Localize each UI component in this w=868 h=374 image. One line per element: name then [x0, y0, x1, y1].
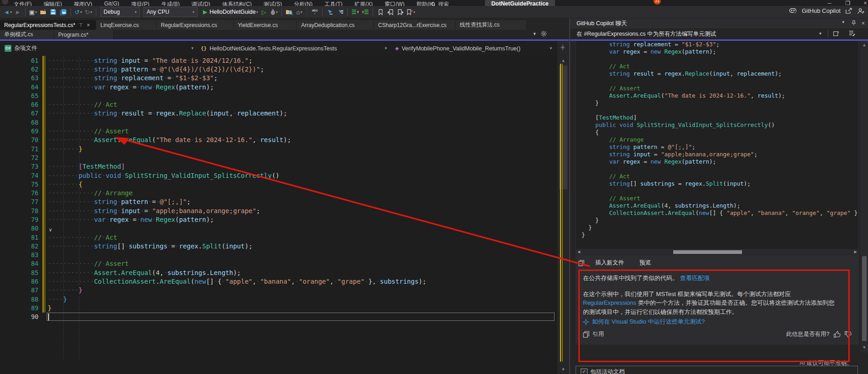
document-well-options-icon[interactable] — [541, 31, 547, 37]
document-tab[interactable]: CSharp12Gra...rExercise.cs — [374, 20, 456, 30]
scroll-down-icon[interactable]: ▼ — [557, 367, 569, 372]
platform-select[interactable]: Any CPU▾ — [143, 7, 198, 17]
home-icon[interactable]: ⌂▾ — [295, 8, 303, 16]
menu-item[interactable]: 编辑(E) — [44, 0, 62, 6]
open-file-icon[interactable] — [39, 8, 47, 16]
type-dropdown-icon[interactable]: ▼ — [384, 46, 388, 50]
editor-code-line[interactable]: 86············CollectionAssert.AreEqual(… — [0, 277, 557, 286]
menu-item[interactable]: 调试(D) — [192, 0, 210, 6]
editor-code-line[interactable]: 89} — [0, 303, 557, 312]
save-all-icon[interactable] — [59, 8, 67, 16]
debug-configuration-select[interactable]: Debug▾ — [100, 7, 140, 17]
document-tab[interactable]: 单例模式.cs — [0, 30, 54, 39]
search-box[interactable]: 搜索 — [431, 0, 449, 6]
editor-code-line[interactable]: 72 — [0, 153, 557, 162]
navigate-back-icon[interactable]: ◄▾ — [4, 8, 12, 16]
editor-code-line[interactable]: 64············var·regex·=·new·Regex(patt… — [0, 82, 557, 91]
hot-reload-icon[interactable]: ▾ — [270, 8, 278, 16]
menu-item[interactable]: 项目(P) — [131, 0, 149, 6]
breadcrumb-project[interactable]: C# 杂项文件 — [5, 41, 188, 56]
document-tab[interactable]: Program.cs* — [54, 30, 114, 39]
followup-suggestion[interactable]: 如何在 Visual Studio 中运行这些单元测试? — [583, 318, 705, 326]
thumbs-down-icon[interactable] — [845, 331, 852, 338]
menu-item[interactable]: 视图(V) — [74, 0, 92, 6]
clear-bookmarks-icon[interactable]: ▾ — [407, 8, 415, 16]
editor-code-line[interactable]: 71········} — [0, 144, 557, 153]
minimize-button[interactable]: ─ — [823, 0, 836, 6]
window-position-dropdown-icon[interactable]: ▼ — [841, 20, 845, 24]
editor-code-line[interactable]: 61············string·input·=·"The·date·i… — [0, 56, 557, 65]
increase-indent-icon[interactable] — [361, 8, 369, 16]
menu-item[interactable]: 分析(N) — [294, 0, 313, 6]
restore-button[interactable]: ❐ — [841, 0, 854, 6]
new-project-icon[interactable]: ▣▾ — [29, 8, 37, 16]
code-horizontal-scrollbar[interactable]: ◀ ▶ — [576, 249, 858, 255]
next-bookmark-icon[interactable] — [396, 8, 405, 16]
view-matches-link[interactable]: 查看匹配项 — [680, 275, 710, 281]
document-tab[interactable]: ArrayDeduplication.cs — [297, 20, 374, 30]
menu-item[interactable]: 体系结构(C) — [222, 0, 252, 6]
spell-check-icon[interactable]: abc✓ — [311, 8, 319, 16]
navigate-cursor-back-icon[interactable] — [326, 8, 334, 16]
menu-item[interactable]: 扩展(X) — [354, 0, 373, 6]
document-tab[interactable]: RegularExpressionsTests.cs*⊢× — [0, 20, 96, 30]
editor-code-line[interactable]: 84············//·Assert — [0, 259, 557, 268]
prompt-dropdown-icon[interactable]: ▼ — [819, 32, 822, 36]
menu-item[interactable]: 工具(T) — [324, 0, 342, 6]
scrollbar-thumb[interactable] — [673, 250, 742, 254]
pin-icon[interactable] — [852, 20, 856, 26]
notification-badge[interactable]: 31 — [654, 0, 661, 5]
scroll-down-icon[interactable]: ▼ — [861, 345, 868, 350]
citation-label[interactable]: 引用 — [593, 330, 604, 338]
scroll-up-icon[interactable]: ▲ — [557, 58, 569, 63]
editor-code-line[interactable]: 78············string·input·=·"apple;bana… — [0, 206, 557, 215]
menu-item[interactable]: Git(G) — [104, 0, 119, 6]
thumbs-up-icon[interactable] — [834, 331, 841, 338]
editor-code-line[interactable]: 75········{ — [0, 180, 557, 188]
editor-code-line[interactable]: 70············Assert.AreEqual("The·date·… — [0, 136, 557, 144]
chat-input-box[interactable]: ✓ 包括活动文档 — [576, 366, 858, 374]
new-chat-icon[interactable] — [833, 30, 840, 37]
insert-new-file-button[interactable]: 插入新文件 — [591, 258, 629, 268]
prev-bookmark-icon[interactable] — [386, 8, 395, 16]
decrease-indent-icon[interactable] — [351, 8, 359, 16]
redo-icon[interactable]: ↻▾ — [84, 8, 93, 16]
solution-name-button[interactable]: DotNetGuidePractice — [485, 0, 555, 6]
document-tab[interactable]: RegularExpressions.cs — [157, 20, 234, 30]
copilot-prompt-bar[interactable]: 在 #RegularExpressions.cs 中为所有方法编写单元测试 ▼ — [570, 28, 868, 39]
editor-code-line[interactable]: 65 — [0, 91, 557, 100]
breadcrumb-type[interactable]: {} HelloDotNetGuide.Tests.RegularExpress… — [201, 41, 380, 56]
references-icon[interactable] — [583, 331, 589, 338]
editor-code-line[interactable]: 77············string·pattern·=·@"[;,]"; — [0, 198, 557, 206]
editor-code-line[interactable]: 66············//·Act — [0, 100, 557, 109]
github-copilot-label[interactable]: GitHub Copilot — [802, 7, 841, 14]
undo-icon[interactable]: ↺▾ — [74, 8, 82, 16]
editor-code-line[interactable]: 82············string[]·substrings·=·rege… — [0, 242, 557, 250]
split-window-handle[interactable]: ╪ — [559, 44, 566, 51]
start-debug-button[interactable]: ▶ HelloDotNetGuide ▾ — [203, 8, 258, 16]
chat-history-icon[interactable] — [849, 30, 856, 37]
find-in-files-icon[interactable] — [285, 8, 293, 16]
editor-code-line[interactable]: 68 — [0, 118, 557, 126]
editor-code-line[interactable]: 63············string·replacement·=·"$1-$… — [0, 74, 557, 82]
scroll-left-icon[interactable]: ◀ — [577, 250, 580, 254]
share-icon[interactable] — [845, 8, 852, 14]
editor-code-line[interactable]: 69············//·Assert — [0, 126, 557, 135]
menu-item[interactable]: 窗口(W) — [385, 0, 404, 6]
menu-item[interactable]: 生成(B) — [161, 0, 180, 6]
editor-code-line[interactable]: 79············var·regex·=·new·Regex(patt… — [0, 215, 557, 224]
pin-tab-icon[interactable]: ⊢ — [78, 23, 83, 27]
navigate-cursor-forward-icon[interactable] — [336, 8, 344, 16]
preview-button[interactable]: 预览 — [635, 258, 656, 268]
toggle-bookmark-icon[interactable] — [376, 8, 385, 16]
regularexpressions-link[interactable]: RegularExpressions — [583, 299, 636, 306]
scroll-up-icon[interactable]: ▲ — [861, 43, 868, 47]
editor-code-line[interactable]: 74········public·void·SplitString_ValidI… — [0, 171, 557, 180]
editor-code-line[interactable]: 67············string·result·=·regex.Repl… — [0, 109, 557, 118]
document-tab[interactable]: LinqExercise.cs — [96, 20, 157, 30]
account-icon[interactable] — [857, 8, 864, 14]
editor-code-line[interactable]: 85············Assert.AreEqual(4,·substri… — [0, 268, 557, 277]
editor-vertical-scrollbar[interactable]: ╪ ▲ ▼ — [557, 41, 569, 374]
close-panel-icon[interactable]: × — [862, 20, 865, 27]
editor-code-line[interactable]: 87········} — [0, 286, 557, 295]
